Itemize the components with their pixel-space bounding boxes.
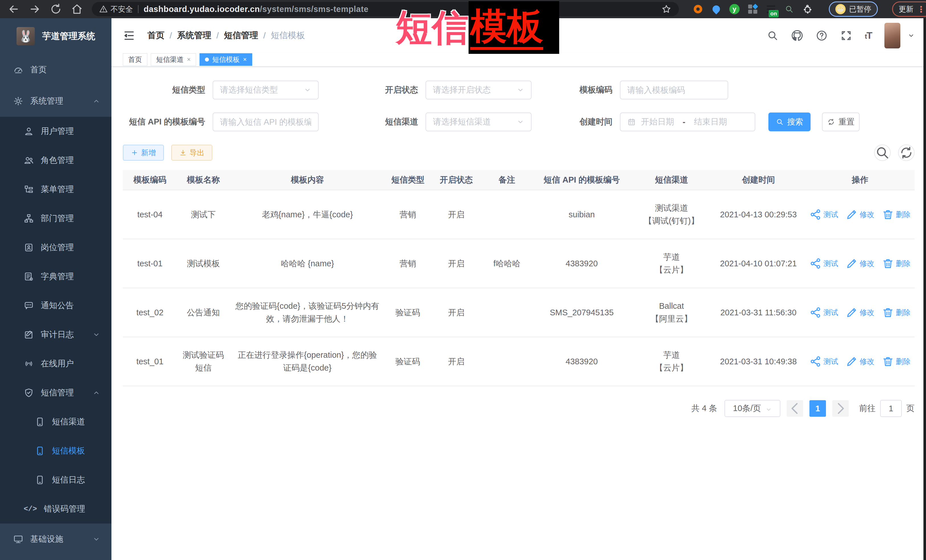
sidebar-item-menu-management[interactable]: 菜单管理 <box>0 175 112 204</box>
cell-content: 正在进行登录操作{operation}，您的验证码是{code} <box>230 337 385 386</box>
tab-sms-channel[interactable]: 短信渠道 × <box>151 53 196 66</box>
sidebar-item-home[interactable]: 首页 <box>0 54 112 86</box>
sidebar-item-post-management[interactable]: 岗位管理 <box>0 233 112 262</box>
breadcrumb-sms[interactable]: 短信管理 <box>224 30 258 41</box>
breadcrumb-separator: / <box>263 31 266 41</box>
sidebar-item-audit-log[interactable]: 审计日志 <box>0 320 112 349</box>
sms-type-select[interactable]: 请选择短信类型 <box>213 81 319 100</box>
not-secure-indicator[interactable]: 不安全 <box>99 4 133 14</box>
test-link[interactable]: 测试 <box>809 193 838 236</box>
test-link[interactable]: 测试 <box>809 291 838 334</box>
delete-link[interactable]: 删除 <box>882 193 911 236</box>
delete-link[interactable]: 删除 <box>882 340 911 383</box>
profile-chip[interactable]: 😀 已暂停 <box>829 2 878 17</box>
sidebar-item-online-users[interactable]: 在线用户 <box>0 349 112 378</box>
browser-reload-button[interactable] <box>50 3 62 15</box>
github-icon[interactable] <box>791 30 803 42</box>
add-button[interactable]: 新增 <box>123 145 164 161</box>
browser-back-button[interactable] <box>8 3 20 15</box>
cell-status: 开启 <box>431 239 482 288</box>
breadcrumb-system[interactable]: 系统管理 <box>177 30 211 41</box>
next-page-button[interactable] <box>832 400 849 417</box>
sidebar-item-infrastructure[interactable]: 基础设施 <box>0 524 112 555</box>
sidebar-logo[interactable]: 🐰 芋道管理系统 <box>0 18 112 54</box>
toggle-search-button[interactable] <box>874 145 891 161</box>
sidebar-item-sms-channel[interactable]: 短信渠道 <box>0 408 112 436</box>
chat-bubble-icon <box>24 300 34 311</box>
export-button[interactable]: 导出 <box>171 145 212 161</box>
template-code-input[interactable] <box>627 86 721 95</box>
tab-sms-template[interactable]: 短信模板 × <box>200 53 252 66</box>
browser-toolbar: 不安全 dashboard.yudao.iocoder.cn/system/sm… <box>0 0 926 18</box>
code-icon: </> <box>24 505 37 513</box>
sidebar-item-user-management[interactable]: 用户管理 <box>0 117 112 146</box>
page-number-1[interactable]: 1 <box>809 400 826 417</box>
fullscreen-icon[interactable] <box>840 30 852 42</box>
sidebar-item-dict-management[interactable]: 字典管理 <box>0 262 112 291</box>
extensions-puzzle-icon[interactable] <box>802 4 813 15</box>
browser-menu-kebab-icon[interactable]: ⋮ <box>917 4 925 14</box>
cell-type: 营销 <box>385 239 431 288</box>
delete-link[interactable]: 删除 <box>882 291 911 334</box>
update-label: 更新 <box>899 4 914 14</box>
page-unit-label: 页 <box>906 403 915 414</box>
search-button[interactable]: 搜索 <box>769 113 811 131</box>
sidebar-item-role-management[interactable]: 角色管理 <box>0 146 112 175</box>
edit-link[interactable]: 修改 <box>846 291 875 334</box>
sidebar-item-system-management[interactable]: 系统管理 <box>0 86 112 117</box>
extension-orange-ring-icon[interactable] <box>693 4 704 15</box>
profile-status-label: 已暂停 <box>849 4 871 14</box>
sidebar-item-label: 岗位管理 <box>41 242 74 253</box>
bookmark-star-icon[interactable] <box>661 4 672 14</box>
sidebar-item-notice[interactable]: 通知公告 <box>0 291 112 320</box>
breadcrumb-home[interactable]: 首页 <box>147 30 165 41</box>
edit-link[interactable]: 修改 <box>846 340 875 383</box>
address-bar[interactable]: 不安全 dashboard.yudao.iocoder.cn/system/sm… <box>92 2 679 16</box>
extension-magnifier-icon[interactable] <box>784 4 794 15</box>
extension-green-y-icon[interactable]: y <box>729 4 740 15</box>
browser-forward-button[interactable] <box>29 3 41 15</box>
prev-page-button[interactable] <box>787 400 803 417</box>
sidebar-item-department-management[interactable]: 部门管理 <box>0 204 112 233</box>
help-icon[interactable] <box>816 30 828 42</box>
edit-link[interactable]: 修改 <box>846 193 875 236</box>
goto-page-input[interactable] <box>880 400 902 417</box>
edit-link[interactable]: 修改 <box>846 242 875 285</box>
reset-button[interactable]: 重置 <box>822 113 859 131</box>
refresh-table-button[interactable] <box>898 145 915 161</box>
end-date-placeholder: 结束日期 <box>694 116 727 128</box>
sidebar-item-label: 在线用户 <box>41 358 74 370</box>
sidebar-item-error-code[interactable]: </> 错误码管理 <box>0 495 112 524</box>
cell-type: 验证码 <box>385 337 431 386</box>
delete-link[interactable]: 删除 <box>882 242 911 285</box>
sidebar-item-sms-log[interactable]: 短信日志 <box>0 465 112 495</box>
sidebar-item-sms-management[interactable]: 短信管理 <box>0 378 112 408</box>
page-size-select[interactable]: 10条/页 <box>725 400 780 417</box>
browser-home-button[interactable] <box>71 3 83 15</box>
font-size-icon[interactable]: tT <box>865 30 872 41</box>
avatar[interactable] <box>884 23 900 48</box>
search-icon[interactable] <box>767 30 779 42</box>
cell-channel: 芋道【云片】 <box>632 337 711 386</box>
date-range-picker[interactable]: 开始日期 - 结束日期 <box>620 113 755 131</box>
status-select[interactable]: 请选择开启状态 <box>425 81 531 100</box>
avatar-caret-icon[interactable] <box>908 32 915 39</box>
dictionary-icon <box>24 272 34 282</box>
calendar-icon <box>627 118 636 126</box>
api-template-id-input[interactable] <box>220 117 311 127</box>
close-icon[interactable]: × <box>187 56 191 63</box>
start-date-placeholder: 开始日期 <box>641 116 674 128</box>
test-link[interactable]: 测试 <box>809 242 838 285</box>
browser-update-button[interactable]: 更新 ⋮ <box>892 2 926 17</box>
extension-list-on-icon[interactable]: on <box>766 4 776 15</box>
channel-label: 短信渠道 <box>336 116 425 128</box>
tab-home[interactable]: 首页 <box>123 53 147 66</box>
extension-grid-icon[interactable] <box>747 4 758 15</box>
close-icon[interactable]: × <box>243 56 247 63</box>
extension-blue-pin-icon[interactable] <box>711 4 722 15</box>
sidebar-fold-icon[interactable] <box>123 29 135 42</box>
channel-select[interactable]: 请选择短信渠道 <box>425 113 531 131</box>
download-icon <box>179 149 187 156</box>
test-link[interactable]: 测试 <box>809 340 838 383</box>
sidebar-item-sms-template[interactable]: 短信模板 <box>0 436 112 465</box>
